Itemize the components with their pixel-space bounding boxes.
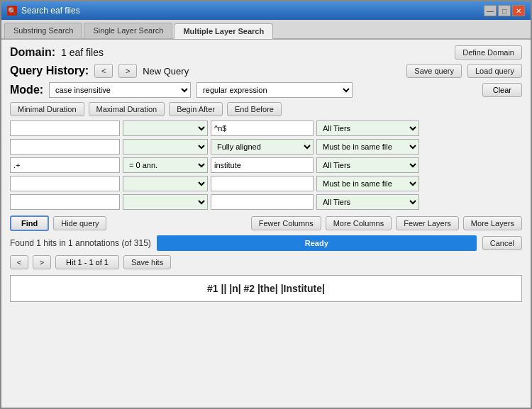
- search-col3-row3[interactable]: [211, 157, 314, 173]
- duration-row: Minimal Duration Maximal Duration Begin …: [10, 102, 522, 116]
- search-col1-row4[interactable]: [10, 176, 120, 191]
- app-icon: 🔍: [7, 6, 17, 16]
- maximize-button[interactable]: □: [498, 5, 511, 16]
- load-query-button[interactable]: Load query: [467, 64, 522, 78]
- fewer-layers-button[interactable]: Fewer Layers: [396, 216, 459, 230]
- search-row-3: = 0 ann. > 0 ann. All Tiers Must be in s…: [10, 157, 522, 173]
- mode-row: Mode: case insensitive case sensitive re…: [10, 82, 522, 98]
- search-col1-row3[interactable]: [10, 157, 120, 173]
- search-col3-row5[interactable]: [211, 194, 314, 210]
- search-col3-row2-select[interactable]: Fully aligned Overlapping: [211, 139, 314, 155]
- search-col1-row5[interactable]: [10, 194, 120, 210]
- maximal-duration-button[interactable]: Maximal Duration: [89, 102, 165, 116]
- hit-label[interactable]: Hit 1 - 1 of 1: [55, 255, 119, 269]
- search-col3-row1[interactable]: [211, 121, 314, 136]
- cancel-button[interactable]: Cancel: [482, 236, 522, 250]
- define-domain-button[interactable]: Define Domain: [455, 45, 522, 60]
- search-row-4: Must be in same file All Tiers: [10, 176, 522, 191]
- search-col1-row1[interactable]: [10, 121, 120, 136]
- search-row-2: Fully aligned Overlapping Must be in sam…: [10, 139, 522, 155]
- search-col4-row4[interactable]: Must be in same file All Tiers: [316, 176, 419, 191]
- search-col2-row5[interactable]: [123, 194, 208, 210]
- search-col4-row2[interactable]: Must be in same file All Tiers: [316, 139, 419, 155]
- query-current: New Query: [143, 66, 189, 77]
- domain-value: 1 eaf files: [61, 47, 104, 58]
- result-text: #1 || |n| #2 |the| |Institute|: [207, 283, 325, 294]
- tab-substring-search[interactable]: Substring Search: [4, 23, 82, 38]
- result-display: #1 || |n| #2 |the| |Institute|: [10, 275, 522, 302]
- window-title: Search eaf files: [21, 6, 80, 16]
- search-row-1: All Tiers Must be in same file: [10, 121, 522, 136]
- nav-next-button[interactable]: >: [33, 255, 51, 269]
- action-row: Find Hide query Fewer Columns More Colum…: [10, 215, 522, 231]
- status-bar: Ready: [157, 235, 477, 251]
- status-text: Found 1 hits in 1 annotations (of 315): [10, 238, 151, 248]
- search-col1-row2[interactable]: [10, 139, 120, 155]
- minimize-button[interactable]: —: [484, 5, 497, 16]
- tab-multiple-layer-search[interactable]: Multiple Layer Search: [174, 23, 273, 39]
- search-row-5: All Tiers Must be in same file: [10, 194, 522, 210]
- clear-button[interactable]: Clear: [482, 83, 522, 97]
- case-mode-select[interactable]: case insensitive case sensitive: [49, 82, 191, 98]
- search-col2-row2[interactable]: [123, 139, 208, 155]
- end-before-button[interactable]: End Before: [227, 102, 282, 116]
- search-grid: All Tiers Must be in same file Fully ali…: [10, 121, 522, 210]
- query-next-button[interactable]: >: [118, 64, 137, 78]
- title-bar: 🔍 Search eaf files — □ ✕: [1, 1, 531, 20]
- domain-row: Domain: 1 eaf files Define Domain: [10, 45, 522, 60]
- title-bar-left: 🔍 Search eaf files: [7, 6, 80, 16]
- hide-query-button[interactable]: Hide query: [53, 216, 106, 230]
- more-layers-button[interactable]: More Layers: [463, 216, 522, 230]
- search-col2-row1[interactable]: [123, 121, 208, 136]
- minimal-duration-button[interactable]: Minimal Duration: [10, 102, 84, 116]
- fewer-columns-button[interactable]: Fewer Columns: [251, 216, 321, 230]
- domain-label: Domain:: [10, 46, 55, 59]
- begin-after-button[interactable]: Begin After: [169, 102, 223, 116]
- tabs-bar: Substring Search Single Layer Search Mul…: [1, 20, 531, 40]
- main-window: 🔍 Search eaf files — □ ✕ Substring Searc…: [0, 0, 532, 409]
- search-col4-row1[interactable]: All Tiers Must be in same file: [316, 121, 419, 136]
- status-row: Found 1 hits in 1 annotations (of 315) R…: [10, 235, 522, 251]
- search-col4-row3[interactable]: All Tiers Must be in same file: [316, 157, 419, 173]
- find-button[interactable]: Find: [10, 215, 49, 231]
- query-prev-button[interactable]: <: [94, 64, 113, 78]
- close-button[interactable]: ✕: [512, 5, 525, 16]
- mode-label: Mode:: [10, 84, 43, 96]
- query-history-row: Query History: < > New Query Save query …: [10, 64, 522, 78]
- regex-mode-select[interactable]: regular expression substring exact match: [196, 82, 353, 98]
- status-bar-text: Ready: [305, 239, 328, 247]
- save-hits-button[interactable]: Save hits: [123, 255, 171, 269]
- navigation-row: < > Hit 1 - 1 of 1 Save hits: [10, 255, 522, 269]
- search-col3-row4[interactable]: [211, 176, 314, 191]
- query-history-label: Query History:: [10, 65, 89, 77]
- more-columns-button[interactable]: More Columns: [326, 216, 392, 230]
- content-area: Domain: 1 eaf files Define Domain Query …: [1, 40, 531, 408]
- tab-single-layer-search[interactable]: Single Layer Search: [84, 23, 172, 38]
- save-query-button[interactable]: Save query: [406, 64, 462, 78]
- nav-prev-button[interactable]: <: [10, 255, 28, 269]
- search-col2-row3[interactable]: = 0 ann. > 0 ann.: [123, 157, 208, 173]
- search-col2-row4[interactable]: [123, 176, 208, 191]
- search-col4-row5[interactable]: All Tiers Must be in same file: [316, 194, 419, 210]
- title-buttons: — □ ✕: [484, 5, 525, 16]
